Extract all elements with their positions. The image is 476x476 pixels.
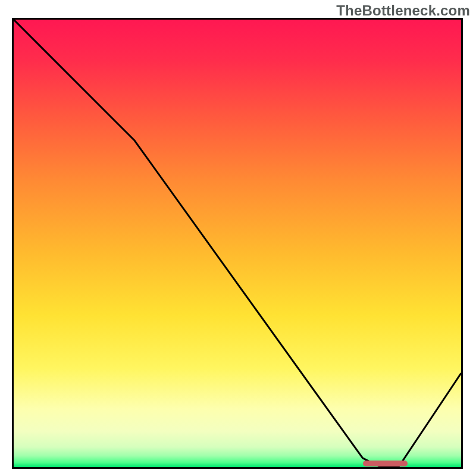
watermark-text: TheBottleneck.com <box>336 2 470 19</box>
plot-area <box>12 18 463 469</box>
optimal-range-marker <box>363 461 408 466</box>
chart-frame: TheBottleneck.com <box>0 0 476 476</box>
curve-path <box>14 20 461 467</box>
bottleneck-curve <box>14 20 461 467</box>
